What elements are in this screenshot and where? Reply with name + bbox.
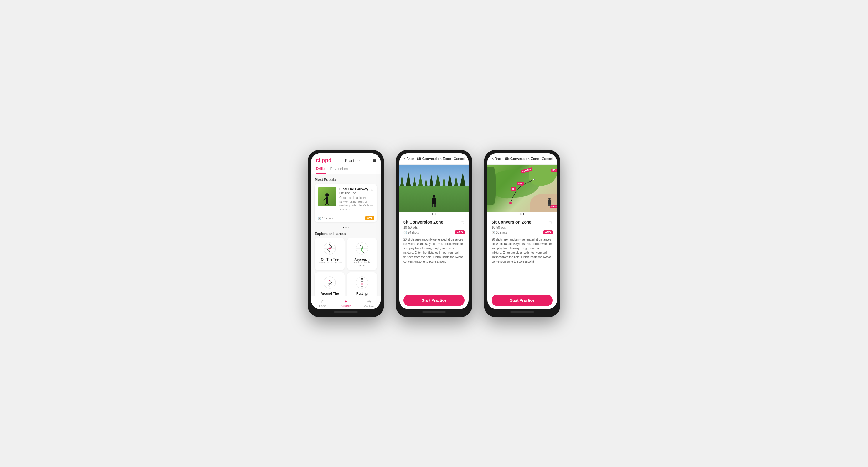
home-bar-2 <box>422 311 446 312</box>
skill-card-ott[interactable]: Off The Tee Power and accuracy <box>315 238 345 270</box>
home-bar-1 <box>334 311 358 312</box>
cancel-button-3[interactable]: Cancel <box>542 157 553 161</box>
hamburger-icon[interactable]: ≡ <box>373 158 376 163</box>
nav-title: Practice <box>345 158 360 163</box>
dot-map-2 <box>523 213 524 215</box>
svg-point-35 <box>362 283 363 285</box>
start-practice-button-3[interactable]: Start Practice <box>492 295 553 306</box>
back-button-3[interactable]: < Back <box>492 157 502 161</box>
tab-favourites[interactable]: Favourites <box>330 167 348 174</box>
skill-card-approach[interactable]: Approach Dial-in to hit the green <box>347 238 377 270</box>
drill-card-find-fairway[interactable]: Find The Fairway Off The Tee ☆ Create an… <box>315 184 377 222</box>
svg-point-37 <box>509 202 512 204</box>
skill-approach-desc: Dial-in to hit the green <box>350 261 374 267</box>
phone3-info: 6ft Conversion Zone ☆ 10-50 yds 🕐 20 sho… <box>488 216 557 267</box>
detail-dots-2 <box>399 212 469 216</box>
svg-line-29 <box>330 280 332 282</box>
detail-shots-row-2: 🕐 20 shots ARG <box>403 230 465 234</box>
skill-icon-atg <box>322 275 337 290</box>
activities-icon: ♦ <box>345 299 347 304</box>
map-label-miss: Miss <box>517 182 524 185</box>
skill-ott-desc: Power and accuracy <box>318 261 342 264</box>
most-popular-label: Most Popular <box>315 178 377 182</box>
nav-capture-label: Capture <box>364 305 374 308</box>
home-bar-3 <box>510 311 534 312</box>
capture-icon: ⊕ <box>367 299 371 304</box>
detail-shots-3: 🕐 20 shots <box>492 231 507 234</box>
phone-3: < Back 6ft Conversion Zone Cancel <box>484 150 560 317</box>
phone-2: < Back 6ft Conversion Zone Cancel <box>396 150 472 317</box>
detail-title-3: 6ft Conversion Zone <box>505 157 539 161</box>
svg-line-12 <box>330 245 332 247</box>
detail-dots-3 <box>488 212 557 216</box>
start-practice-button-2[interactable]: Start Practice <box>403 295 465 306</box>
home-icon: ⌂ <box>321 299 324 304</box>
svg-line-4 <box>327 203 329 205</box>
skill-icon-putting <box>355 275 369 290</box>
phone-1: clippd Practice ≡ Drills Favourites Most… <box>308 150 384 317</box>
detail-drill-name-3: 6ft Conversion Zone <box>492 220 531 224</box>
dot-2 <box>345 227 347 228</box>
dot-1 <box>343 227 344 228</box>
logo: clippd <box>316 158 332 164</box>
nav-home-label: Home <box>319 305 326 307</box>
svg-line-3 <box>325 203 327 205</box>
cancel-button-2[interactable]: Cancel <box>454 157 465 161</box>
skill-approach-name: Approach <box>354 258 369 261</box>
detail-image-photo <box>399 165 469 212</box>
back-button-2[interactable]: < Back <box>403 157 414 161</box>
skill-ott-name: Off The Tee <box>321 258 339 261</box>
skill-icon-approach <box>355 241 369 256</box>
drill-name: Find The Fairway <box>339 187 368 191</box>
detail-title-2: 6ft Conversion Zone <box>417 157 451 161</box>
nav-capture[interactable]: ⊕ Capture <box>357 299 380 308</box>
map-label-hit: Hit <box>511 188 516 191</box>
svg-point-33 <box>361 278 363 279</box>
drill-tag-ott: OTT <box>365 216 374 220</box>
phone2-info: 6ft Conversion Zone ☆ 10-50 yds 🕐 20 sho… <box>399 216 469 267</box>
skill-card-putting[interactable]: Putting Make and lag practice <box>347 272 377 296</box>
detail-drill-range-2: 10-50 yds <box>403 226 465 229</box>
svg-point-15 <box>329 247 331 249</box>
drill-star[interactable]: ☆ <box>370 187 374 192</box>
nav-activities-label: Activities <box>341 305 351 307</box>
detail-tag-2: ARG <box>455 230 465 234</box>
explore-label: Explore skill areas <box>315 232 377 236</box>
phone2-content: 6ft Conversion Zone ☆ 10-50 yds 🕐 20 sho… <box>399 165 469 292</box>
svg-point-23 <box>361 247 363 249</box>
tab-drills[interactable]: Drills <box>316 167 326 174</box>
drill-thumbnail <box>318 187 336 206</box>
detail-image-map: FAIRWAY ROUGH Miss Hit SAND <box>488 165 557 212</box>
dot-photo-1 <box>432 213 433 215</box>
drill-card-footer: 🕐 10 shots OTT <box>315 214 377 222</box>
carousel-dots <box>315 225 377 230</box>
skill-card-atg[interactable]: Around The Green Hone your short game <box>315 272 345 296</box>
svg-point-24 <box>324 277 336 289</box>
skill-atg-name: Around The Green <box>318 292 342 296</box>
detail-desc-3: 20 shots are randomly generated at dista… <box>492 237 553 264</box>
detail-drill-range-3: 10-50 yds <box>492 226 553 229</box>
dot-map-1 <box>520 213 522 215</box>
drill-shots: 🕐 10 shots <box>318 217 333 220</box>
dot-photo-2 <box>435 213 436 215</box>
skill-grid: Off The Tee Power and accuracy <box>315 238 377 296</box>
nav-activities[interactable]: ♦ Activities <box>334 299 358 308</box>
drill-star-3[interactable]: ☆ <box>549 220 553 224</box>
phone3-content: FAIRWAY ROUGH Miss Hit SAND <box>488 165 557 292</box>
phone2-header: < Back 6ft Conversion Zone Cancel <box>399 153 469 165</box>
drill-description: Create an imaginary fairway using trees … <box>339 196 374 211</box>
detail-desc-2: 20 shots are randomly generated at dista… <box>403 237 465 264</box>
detail-shots-row-3: 🕐 20 shots ARG <box>492 230 553 234</box>
drill-star-2[interactable]: ☆ <box>461 220 465 224</box>
phone3-header: < Back 6ft Conversion Zone Cancel <box>488 153 557 165</box>
phone-2-screen: < Back 6ft Conversion Zone Cancel <box>399 153 469 309</box>
svg-line-30 <box>330 282 332 284</box>
nav-home[interactable]: ⌂ Home <box>311 299 334 308</box>
detail-shots-2: 🕐 20 shots <box>403 231 419 234</box>
svg-point-39 <box>533 178 535 180</box>
detail-drill-name-2: 6ft Conversion Zone <box>403 220 443 224</box>
svg-point-36 <box>362 286 363 287</box>
svg-point-34 <box>362 281 363 282</box>
svg-line-14 <box>328 249 330 252</box>
detail-tag-3: ARG <box>543 230 553 234</box>
